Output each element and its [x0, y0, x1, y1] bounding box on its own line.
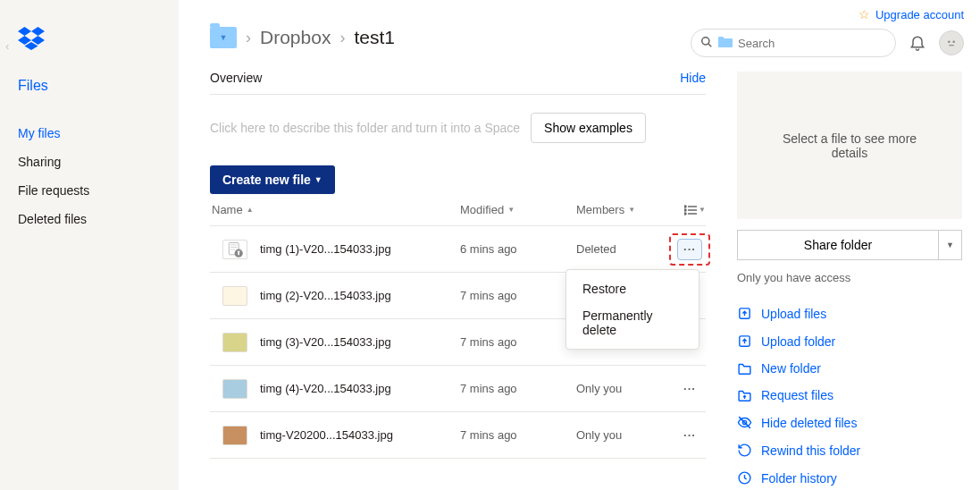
show-examples-button[interactable]: Show examples [531, 113, 646, 143]
chevron-down-icon: ▼ [314, 175, 322, 184]
chevron-right-icon: › [246, 29, 251, 47]
table-row[interactable]: timg (1)-V20...154033.jpg6 mins agoDelet… [210, 226, 706, 273]
context-menu: Restore Permanently delete [565, 269, 699, 350]
file-name: timg (4)-V20...154033.jpg [260, 382, 460, 395]
file-name: timg (2)-V20...154033.jpg [260, 289, 460, 302]
column-name[interactable]: Name ▲ [210, 203, 460, 216]
action-hide-deleted[interactable]: Hide deleted files [737, 415, 962, 430]
share-folder-button[interactable]: Share folder [737, 230, 939, 260]
svg-point-3 [953, 41, 954, 42]
svg-point-7 [684, 206, 686, 207]
file-thumbnail-icon [222, 426, 247, 445]
row-actions-button[interactable]: ··· [677, 378, 702, 400]
row-actions-button[interactable]: ··· [677, 425, 702, 446]
action-list: Upload files Upload folder New folder Re… [737, 306, 962, 486]
file-modified: 6 mins ago [460, 242, 576, 256]
avatar[interactable] [939, 30, 964, 55]
menu-restore[interactable]: Restore [566, 275, 699, 302]
file-thumbnail-icon [222, 286, 247, 306]
file-name: timg (1)-V20...154033.jpg [260, 242, 460, 256]
details-panel: Select a file to see more details Share … [737, 72, 962, 486]
svg-point-9 [684, 213, 686, 215]
svg-point-2 [949, 41, 950, 42]
row-actions-button[interactable]: ··· [677, 239, 702, 260]
sidebar-item-filerequests[interactable]: File requests [0, 176, 179, 205]
chevron-down-icon: ▼ [699, 206, 706, 214]
action-new-folder[interactable]: New folder [737, 361, 962, 376]
search-box[interactable] [691, 29, 896, 57]
chevron-down-icon: ▼ [507, 206, 515, 214]
file-members: Only you [576, 382, 674, 395]
create-new-file-button[interactable]: Create new file▼ [210, 165, 335, 194]
file-modified: 7 mins ago [460, 335, 576, 349]
menu-permanently-delete[interactable]: Permanently delete [566, 302, 699, 343]
view-options[interactable]: ▼ [674, 205, 706, 215]
back-chevron-icon[interactable]: ‹ [5, 39, 9, 53]
sidebar-item-deletedfiles[interactable]: Deleted files [0, 205, 179, 233]
svg-rect-13 [238, 250, 240, 251]
file-thumbnail-icon [222, 240, 247, 259]
action-rewind-folder[interactable]: Rewind this folder [737, 443, 962, 458]
access-text: Only you have access [737, 271, 962, 284]
file-modified: 7 mins ago [460, 289, 576, 302]
chevron-right-icon: › [339, 29, 345, 47]
preview-placeholder: Select a file to see more details [737, 72, 962, 219]
table-header: Name ▲ Modified ▼ Members ▼ ▼ [210, 194, 706, 226]
action-upload-files[interactable]: Upload files [737, 306, 962, 321]
breadcrumb: ▼ › Dropbox › test1 [210, 27, 706, 48]
action-folder-history[interactable]: Folder history [737, 470, 962, 486]
column-modified[interactable]: Modified ▼ [460, 203, 576, 216]
upgrade-link[interactable]: Upgrade account [875, 8, 964, 21]
file-thumbnail-icon [222, 333, 247, 352]
breadcrumb-current: test1 [354, 27, 395, 48]
column-members[interactable]: Members ▼ [576, 203, 674, 216]
folder-scope-icon [718, 36, 733, 50]
star-icon: ☆ [859, 7, 870, 21]
overview-label: Overview [210, 71, 262, 85]
svg-line-1 [708, 43, 712, 46]
file-modified: 7 mins ago [460, 382, 576, 395]
file-name: timg-V20200...154033.jpg [260, 428, 460, 442]
table-row[interactable]: timg-V20200...154033.jpg7 mins agoOnly y… [210, 412, 706, 459]
sidebar: ‹ Files My files Sharing File requests D… [0, 0, 179, 490]
table-row[interactable]: timg (4)-V20...154033.jpg7 mins agoOnly … [210, 366, 706, 412]
action-upload-folder[interactable]: Upload folder [737, 334, 962, 349]
sidebar-files[interactable]: Files [0, 71, 179, 101]
action-request-files[interactable]: Request files [737, 388, 962, 402]
file-name: timg (3)-V20...154033.jpg [260, 335, 460, 349]
sidebar-item-myfiles[interactable]: My files [0, 119, 179, 148]
topbar-right [691, 29, 964, 57]
topbar-upgrade: ☆ Upgrade account [859, 7, 964, 21]
file-modified: 7 mins ago [460, 428, 576, 442]
notifications-icon[interactable] [909, 33, 926, 54]
search-input[interactable] [738, 37, 888, 50]
svg-point-8 [684, 209, 686, 211]
describe-placeholder[interactable]: Click here to describe this folder and t… [210, 121, 520, 135]
sort-asc-icon: ▲ [247, 206, 254, 214]
hide-overview-button[interactable]: Hide [680, 71, 706, 85]
sidebar-item-sharing[interactable]: Sharing [0, 148, 179, 176]
share-dropdown-button[interactable]: ▼ [939, 230, 962, 260]
file-members: Deleted [576, 242, 674, 256]
file-thumbnail-icon [222, 379, 247, 399]
breadcrumb-root[interactable]: Dropbox [260, 27, 331, 48]
svg-rect-12 [238, 251, 239, 255]
chevron-down-icon: ▼ [628, 206, 635, 214]
main-content: ▼ › Dropbox › test1 Overview Hide Click … [210, 27, 706, 459]
file-members: Only you [576, 428, 674, 442]
dropbox-logo-icon[interactable] [18, 27, 179, 53]
folder-icon[interactable]: ▼ [210, 27, 237, 48]
